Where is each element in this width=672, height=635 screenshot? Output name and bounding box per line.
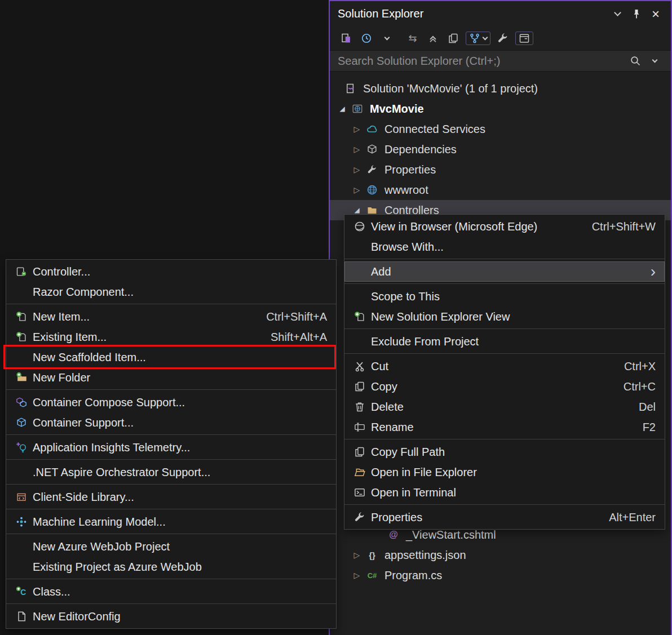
window-position-button[interactable] bbox=[608, 6, 627, 23]
menu-item-label: New Solution Explorer View bbox=[371, 310, 510, 323]
scissors-icon bbox=[352, 360, 367, 372]
globe-icon bbox=[366, 184, 378, 196]
trash-icon bbox=[352, 401, 367, 413]
tree-item-properties[interactable]: ▷ Properties bbox=[330, 159, 671, 180]
menu-item-label: Existing Project as Azure WebJob bbox=[33, 561, 202, 574]
menu-item-exclude-from-project[interactable]: Exclude From Project bbox=[344, 331, 665, 352]
submenu-item-new-folder[interactable]: New Folder bbox=[6, 367, 336, 388]
submenu-item-new-azure-webjob-project[interactable]: New Azure WebJob Project bbox=[6, 536, 336, 557]
search-button[interactable] bbox=[626, 52, 645, 69]
json-file-icon: {} bbox=[366, 549, 378, 561]
submenu-item-class[interactable]: C Class... bbox=[6, 581, 336, 602]
submenu-item-container-support[interactable]: Container Support... bbox=[6, 412, 336, 433]
collapse-all-button[interactable] bbox=[423, 30, 443, 47]
solution-icon bbox=[344, 82, 357, 95]
menu-item-view-in-browser[interactable]: View in Browser (Microsoft Edge) Ctrl+Sh… bbox=[344, 216, 665, 237]
menu-item-label: Browse With... bbox=[371, 241, 444, 254]
menu-item-shortcut: Ctrl+Shift+A bbox=[249, 310, 327, 323]
menu-separator bbox=[344, 504, 665, 505]
submenu-item-razor-component[interactable]: Razor Component... bbox=[6, 282, 336, 302]
icon-placeholder bbox=[14, 466, 29, 478]
show-all-files-icon bbox=[448, 33, 459, 44]
controller-icon bbox=[14, 265, 29, 278]
menu-separator bbox=[6, 509, 336, 509]
submenu-item-application-insights[interactable]: Application Insights Telemetry... bbox=[6, 437, 336, 458]
class-icon: C bbox=[14, 585, 29, 598]
submenu-item-client-side-library[interactable]: Client-Side Library... bbox=[6, 487, 336, 507]
submenu-arrow-icon: › bbox=[651, 264, 656, 279]
submenu-item-existing-item[interactable]: Existing Item... Shift+Alt+A bbox=[6, 327, 336, 347]
search-input[interactable] bbox=[338, 55, 626, 68]
tree-item-dependencies[interactable]: ▷ Dependencies bbox=[330, 139, 671, 159]
submenu-item-container-compose-support[interactable]: Container Compose Support... bbox=[6, 392, 336, 412]
pin-button[interactable] bbox=[627, 6, 646, 23]
preview-selected-group[interactable] bbox=[515, 32, 533, 45]
icon-placeholder bbox=[14, 286, 29, 298]
close-button[interactable]: × bbox=[646, 6, 665, 23]
switch-views-button[interactable] bbox=[337, 30, 356, 47]
menu-item-shortcut: Shift+Alt+A bbox=[254, 331, 327, 344]
tree-item-connected-services[interactable]: ▷ Connected Services bbox=[330, 119, 671, 139]
tree-item-wwwroot[interactable]: ▷ wwwroot bbox=[330, 180, 671, 200]
menu-item-properties[interactable]: Properties Alt+Enter bbox=[344, 507, 665, 527]
expander-expanded-icon[interactable]: ◢ bbox=[337, 105, 348, 113]
menu-item-open-in-file-explorer[interactable]: Open in File Explorer bbox=[344, 462, 665, 482]
submenu-item-machine-learning-model[interactable]: Machine Learning Model... bbox=[6, 512, 336, 532]
menu-item-cut[interactable]: Cut Ctrl+X bbox=[344, 356, 665, 376]
menu-item-label: Exclude From Project bbox=[371, 335, 479, 348]
submenu-item-aspire-orchestrator[interactable]: .NET Aspire Orchestrator Support... bbox=[6, 462, 336, 482]
menu-separator bbox=[6, 484, 336, 485]
show-all-files-button[interactable] bbox=[444, 30, 463, 47]
properties-toolbar-button[interactable] bbox=[493, 30, 512, 47]
icon-placeholder bbox=[352, 241, 367, 253]
submenu-item-new-scaffolded-item[interactable]: New Scaffolded Item... bbox=[6, 347, 336, 367]
chevron-down-icon bbox=[384, 34, 390, 40]
terminal-icon bbox=[352, 486, 367, 499]
menu-item-label: Application Insights Telemetry... bbox=[33, 441, 190, 454]
wrench-icon bbox=[352, 511, 367, 523]
expander-collapsed-icon[interactable]: ▷ bbox=[351, 125, 362, 134]
menu-item-scope-to-this[interactable]: Scope to This bbox=[344, 286, 665, 307]
submenu-item-controller[interactable]: Controller... bbox=[6, 261, 336, 282]
expander-expanded-icon[interactable]: ◢ bbox=[351, 206, 362, 214]
expander-collapsed-icon[interactable]: ▷ bbox=[351, 550, 362, 559]
menu-item-add[interactable]: Add › bbox=[344, 261, 665, 282]
menu-item-copy-full-path[interactable]: Copy Full Path bbox=[344, 442, 665, 462]
icon-placeholder bbox=[352, 265, 367, 278]
file-nesting-group[interactable] bbox=[466, 32, 490, 45]
submenu-item-existing-project-as-azure-webjob[interactable]: Existing Project as Azure WebJob bbox=[6, 557, 336, 577]
expander-collapsed-icon[interactable]: ▷ bbox=[351, 165, 362, 174]
new-view-icon bbox=[352, 310, 367, 323]
icon-placeholder bbox=[14, 351, 29, 363]
tree-item-appsettings[interactable]: ▷ {} appsettings.json bbox=[330, 545, 671, 565]
tree-item-label: Properties bbox=[384, 163, 436, 176]
cube-icon bbox=[14, 416, 29, 429]
menu-item-rename[interactable]: Rename F2 bbox=[344, 417, 665, 437]
expander-collapsed-icon[interactable]: ▷ bbox=[351, 145, 362, 154]
tree-item-program-cs[interactable]: ▷ C# Program.cs bbox=[330, 565, 671, 585]
tree-item-label: wwwroot bbox=[384, 184, 428, 197]
menu-item-copy[interactable]: Copy Ctrl+C bbox=[344, 376, 665, 397]
search-options-dropdown[interactable] bbox=[645, 52, 664, 69]
menu-item-open-in-terminal[interactable]: Open in Terminal bbox=[344, 482, 665, 503]
back-forward-navigation-icon: ⇆ bbox=[408, 32, 417, 45]
submenu-item-new-item[interactable]: New Item... Ctrl+Shift+A bbox=[6, 307, 336, 327]
pending-changes-filter-button[interactable] bbox=[357, 30, 376, 47]
client-library-icon bbox=[14, 491, 29, 503]
submenu-item-new-editorconfig[interactable]: New EditorConfig bbox=[6, 606, 336, 627]
expander-collapsed-icon[interactable]: ▷ bbox=[351, 571, 362, 580]
pending-changes-dropdown[interactable] bbox=[377, 30, 396, 47]
menu-item-browse-with[interactable]: Browse With... bbox=[344, 237, 665, 257]
copy-icon bbox=[352, 446, 367, 458]
menu-item-new-solution-explorer-view[interactable]: New Solution Explorer View bbox=[344, 307, 665, 327]
menu-item-delete[interactable]: Delete Del bbox=[344, 397, 665, 417]
menu-item-label: Properties bbox=[371, 511, 422, 524]
back-forward-button[interactable]: ⇆ bbox=[403, 30, 422, 47]
tree-item-label: Connected Services bbox=[384, 123, 485, 136]
expander-collapsed-icon[interactable]: ▷ bbox=[351, 185, 362, 194]
switch-views-icon bbox=[341, 33, 352, 44]
tree-item-mvcmovie[interactable]: ◢ MvcMovie bbox=[330, 99, 671, 119]
menu-item-label: New EditorConfig bbox=[33, 610, 121, 623]
browser-icon bbox=[352, 220, 367, 233]
tree-item-solution[interactable]: Solution 'MvcMovie' (1 of 1 project) bbox=[330, 78, 671, 99]
